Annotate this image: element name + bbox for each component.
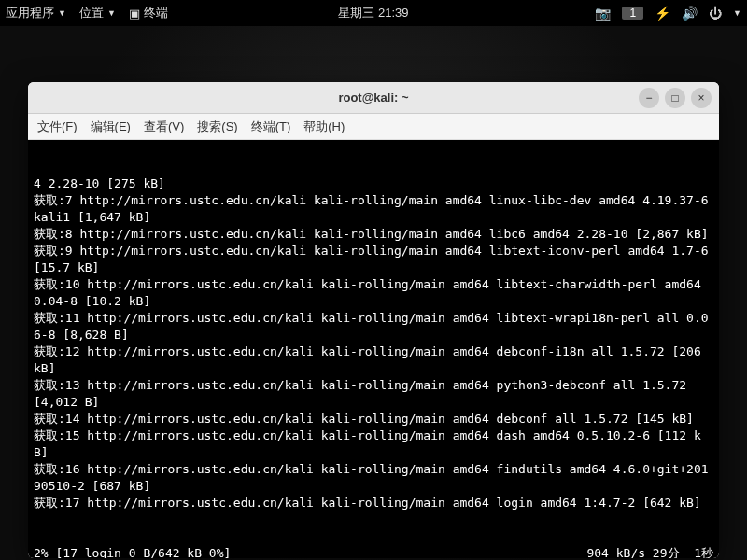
camera-icon[interactable]: 📷 [595, 6, 611, 21]
chevron-down-icon: ▼ [58, 8, 66, 18]
workspace-indicator[interactable]: 1 [622, 7, 643, 20]
maximize-button[interactable]: □ [665, 88, 685, 108]
terminal-line: 获取:13 http://mirrors.ustc.edu.cn/kali ka… [34, 377, 713, 411]
terminal-line: 获取:14 http://mirrors.ustc.edu.cn/kali ka… [34, 411, 713, 427]
terminal-line: 获取:17 http://mirrors.ustc.edu.cn/kali ka… [34, 495, 713, 511]
terminal-line: 获取:15 http://mirrors.ustc.edu.cn/kali ka… [34, 427, 713, 461]
window-titlebar[interactable]: root@kali: ~ − □ × [28, 82, 719, 114]
apt-progress-left: 2% [17 login 0 B/642 kB 0%] [34, 545, 231, 558]
window-title: root@kali: ~ [338, 91, 408, 105]
desktop: root@kali: ~ − □ × 文件(F) 编辑(E) 查看(V) 搜索(… [0, 26, 747, 560]
terminal-line: 获取:8 http://mirrors.ustc.edu.cn/kali kal… [34, 226, 713, 243]
terminal-line: 获取:7 http://mirrors.ustc.edu.cn/kali kal… [34, 192, 713, 226]
close-button[interactable]: × [691, 88, 712, 108]
menu-terminal[interactable]: 终端(T) [251, 119, 291, 135]
clock[interactable]: 星期三 21:39 [338, 5, 408, 21]
network-icon[interactable]: ⚡ [655, 6, 670, 21]
terminal-line: 获取:10 http://mirrors.ustc.edu.cn/kali ka… [34, 276, 713, 310]
applications-menu[interactable]: 应用程序 ▼ [6, 5, 66, 21]
apt-progress-right: 904 kB/s 29分 1秒 [586, 545, 713, 558]
terminal-line: 获取:11 http://mirrors.ustc.edu.cn/kali ka… [34, 310, 713, 343]
apps-label: 应用程序 [6, 5, 54, 21]
menu-edit[interactable]: 编辑(E) [91, 119, 131, 135]
terminal-window: root@kali: ~ − □ × 文件(F) 编辑(E) 查看(V) 搜索(… [28, 82, 719, 558]
terminal-line: 获取:16 http://mirrors.ustc.edu.cn/kali ka… [34, 461, 713, 495]
volume-icon[interactable]: 🔊 [682, 6, 698, 21]
minimize-button[interactable]: − [639, 88, 659, 108]
menu-file[interactable]: 文件(F) [37, 119, 78, 135]
terminal-launcher-label: 终端 [144, 5, 168, 21]
places-menu[interactable]: 位置 ▼ [79, 5, 116, 21]
terminal-menubar: 文件(F) 编辑(E) 查看(V) 搜索(S) 终端(T) 帮助(H) [28, 114, 719, 140]
gnome-topbar: 应用程序 ▼ 位置 ▼ ▣ 终端 星期三 21:39 📷 1 ⚡ 🔊 ⏻ ▼ [0, 0, 747, 26]
menu-search[interactable]: 搜索(S) [197, 119, 237, 135]
menu-help[interactable]: 帮助(H) [303, 119, 345, 135]
terminal-output[interactable]: 4 2.28-10 [275 kB]获取:7 http://mirrors.us… [28, 140, 719, 558]
terminal-line: 4 2.28-10 [275 kB] [34, 175, 713, 192]
terminal-line: 获取:12 http://mirrors.ustc.edu.cn/kali ka… [34, 343, 713, 377]
clock-text: 星期三 21:39 [338, 6, 408, 20]
menu-view[interactable]: 查看(V) [144, 119, 184, 135]
places-label: 位置 [79, 5, 104, 21]
terminal-icon: ▣ [129, 7, 140, 21]
power-icon[interactable]: ⏻ [709, 6, 722, 21]
terminal-launcher[interactable]: ▣ 终端 [129, 5, 168, 21]
chevron-down-icon[interactable]: ▼ [733, 8, 741, 18]
chevron-down-icon: ▼ [107, 8, 116, 18]
terminal-line: 获取:9 http://mirrors.ustc.edu.cn/kali kal… [34, 243, 713, 276]
